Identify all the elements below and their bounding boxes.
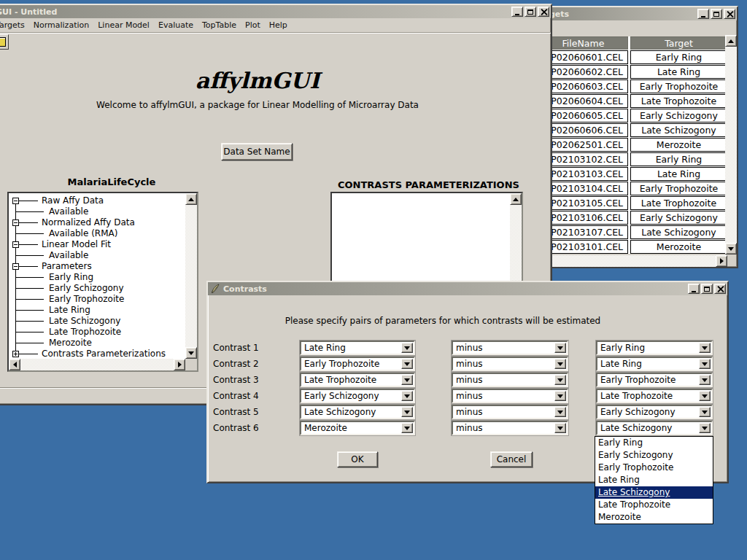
combo-arrow-button[interactable] — [699, 359, 711, 369]
close-button[interactable] — [724, 9, 735, 19]
menu-item-targets[interactable]: Targets — [0, 19, 29, 31]
tree-item-linear-model-fit[interactable]: Linear Model Fit — [9, 239, 185, 250]
tree-item-normalized-affy-data[interactable]: Normalized Affy Data — [9, 217, 185, 228]
scroll-down-button[interactable] — [185, 347, 197, 359]
combo-arrow-button[interactable] — [699, 375, 711, 385]
targets-titlebar[interactable]: Targets — [531, 7, 737, 20]
tree-item-parameters[interactable]: Parameters — [9, 261, 185, 272]
scroll-up-button[interactable] — [725, 35, 737, 47]
minus-box-icon[interactable] — [12, 263, 19, 270]
contrast-1-operator-combo[interactable]: minus — [452, 341, 568, 355]
contrast-6-right-combo[interactable]: Late Schizogony — [596, 421, 713, 435]
combo-arrow-button[interactable] — [401, 423, 413, 433]
minus-box-icon[interactable] — [12, 219, 19, 226]
menu-item-evaluate[interactable]: Evaluate — [154, 19, 198, 31]
scrollbar-trough[interactable] — [185, 205, 197, 347]
minimize-button[interactable] — [697, 9, 709, 19]
cancel-button[interactable]: Cancel — [490, 451, 533, 467]
minus-box-icon[interactable] — [12, 241, 19, 248]
combo-arrow-button[interactable] — [699, 391, 711, 401]
contrast-3-left-combo[interactable]: Late Trophozoite — [300, 373, 415, 387]
combo-arrow-button[interactable] — [554, 391, 566, 401]
scroll-left-button[interactable] — [9, 359, 20, 370]
contrast-2-left-combo[interactable]: Early Trophozoite — [300, 357, 415, 371]
tree-item-early-ring[interactable]: Early Ring — [9, 272, 185, 283]
contrast-3-operator-combo[interactable]: minus — [452, 373, 568, 387]
tree-item-early-trophozoite[interactable]: Early Trophozoite — [9, 294, 185, 305]
menu-item-help[interactable]: Help — [265, 19, 292, 31]
tree-item-late-schizogony[interactable]: Late Schizogony — [9, 316, 185, 327]
combo-arrow-button[interactable] — [554, 423, 566, 433]
contrast-2-right-combo[interactable]: Late Ring — [596, 357, 713, 371]
combo-arrow-button[interactable] — [554, 359, 566, 369]
contrast-4-operator-combo[interactable]: minus — [452, 389, 568, 403]
combo-arrow-button[interactable] — [699, 423, 711, 433]
combo-arrow-button[interactable] — [401, 343, 413, 353]
minimize-button[interactable] — [688, 284, 700, 294]
popup-item-selected[interactable]: Late Schizogony — [595, 486, 713, 499]
menu-item-plot[interactable]: Plot — [241, 19, 265, 31]
combo-arrow-button[interactable] — [554, 407, 566, 417]
scroll-down-button[interactable] — [725, 243, 737, 254]
scroll-right-button[interactable] — [716, 255, 727, 267]
tree-item-early-schizogony[interactable]: Early Schizogony — [9, 283, 185, 294]
combo-arrow-button[interactable] — [401, 359, 413, 369]
popup-item[interactable]: Early Trophozoite — [595, 462, 713, 474]
maximize-button[interactable] — [711, 9, 722, 19]
scrollbar-trough[interactable] — [538, 255, 716, 267]
tree-item-contrasts-parameterizations[interactable]: Contrasts Parameterizations — [9, 349, 185, 359]
plus-box-icon[interactable] — [12, 351, 19, 357]
contrast-5-right-combo[interactable]: Early Schizogony — [596, 405, 713, 419]
menu-item-linear-model[interactable]: Linear Model — [93, 19, 154, 31]
menu-item-toptable[interactable]: TopTable — [198, 19, 241, 31]
combo-arrow-button[interactable] — [554, 375, 566, 385]
contrast-1-left-combo[interactable]: Late Ring — [300, 341, 415, 355]
tree-item-late-ring[interactable]: Late Ring — [9, 305, 185, 316]
popup-item[interactable]: Merozoite — [595, 511, 713, 524]
dialog-titlebar[interactable]: Contrasts — [208, 282, 727, 295]
tree-item-late-trophozoite[interactable]: Late Trophozoite — [9, 327, 185, 338]
tree-vertical-scrollbar[interactable] — [185, 193, 197, 359]
tree-item-merozoite[interactable]: Merozoite — [9, 338, 185, 349]
data-set-name-button[interactable]: Data Set Name — [221, 143, 293, 160]
contrast-4-left-combo[interactable]: Early Schizogony — [300, 389, 415, 403]
targets-horizontal-scrollbar[interactable] — [538, 255, 727, 267]
popup-item[interactable]: Early Schizogony — [595, 449, 713, 462]
ok-button[interactable]: OK — [337, 451, 378, 467]
tree-horizontal-scrollbar[interactable] — [9, 359, 185, 370]
tree-item-raw-affy-data[interactable]: Raw Affy Data — [9, 195, 185, 206]
contrast-5-left-combo[interactable]: Late Schizogony — [300, 405, 415, 419]
minus-box-icon[interactable] — [12, 198, 19, 204]
combo-arrow-button[interactable] — [699, 343, 711, 353]
contrast-5-operator-combo[interactable]: minus — [452, 405, 568, 419]
maximize-button[interactable] — [525, 7, 536, 17]
popup-item[interactable]: Early Ring — [595, 437, 713, 449]
combo-arrow-button[interactable] — [401, 407, 413, 417]
close-button[interactable] — [538, 7, 549, 17]
combo-arrow-button[interactable] — [401, 391, 413, 401]
contrast-3-right-combo[interactable]: Early Trophozoite — [596, 373, 713, 387]
minimize-button[interactable] — [511, 7, 523, 17]
contrast-6-operator-combo[interactable]: minus — [452, 421, 568, 435]
popup-item[interactable]: Late Trophozoite — [595, 499, 713, 511]
contrast-1-right-combo[interactable]: Early Ring — [596, 341, 713, 355]
maximize-button[interactable] — [701, 284, 713, 294]
main-titlebar[interactable]: GUI - Untitled — [0, 5, 551, 18]
tree-item-available-rma-[interactable]: Available (RMA) — [9, 228, 185, 239]
combo-arrow-button[interactable] — [699, 407, 711, 417]
scroll-up-button[interactable] — [185, 193, 197, 205]
combo-arrow-button[interactable] — [401, 375, 413, 385]
contrast-4-right-combo[interactable]: Late Trophozoite — [596, 389, 713, 403]
scroll-up-button[interactable] — [510, 193, 522, 205]
tree-item-available[interactable]: Available — [9, 250, 185, 261]
popup-item[interactable]: Late Ring — [595, 474, 713, 486]
contrast-6-left-combo[interactable]: Merozoite — [300, 421, 415, 435]
tree-item-available[interactable]: Available — [9, 206, 185, 217]
scrollbar-trough[interactable] — [20, 359, 174, 370]
targets-vertical-scrollbar[interactable] — [725, 35, 737, 254]
contrast-2-operator-combo[interactable]: minus — [452, 357, 568, 371]
scrollbar-trough[interactable] — [725, 47, 737, 243]
toolbar-button[interactable] — [0, 34, 9, 50]
close-button[interactable] — [714, 284, 726, 294]
scroll-right-button[interactable] — [174, 359, 185, 370]
